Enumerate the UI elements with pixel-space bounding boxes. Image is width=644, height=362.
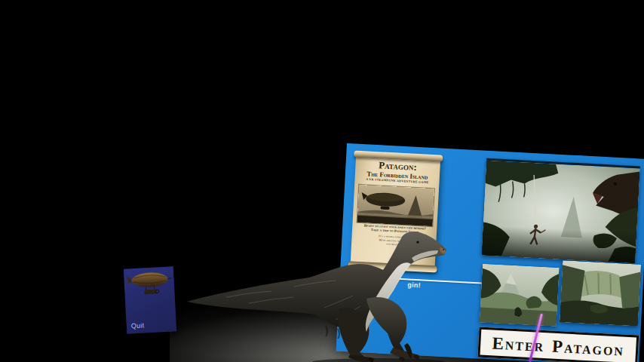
quit-panel: Quit — [124, 266, 176, 333]
airship-icon — [126, 268, 173, 299]
gallery-image-jungle-valley — [480, 264, 560, 327]
gallery-image-cliff-raptor — [481, 158, 639, 263]
vr-menu-scene: Quit Patagon: The Forbidden Island A VR … — [0, 0, 644, 362]
raptor-dinosaur-model — [181, 219, 468, 362]
enter-patagon-button[interactable]: Enter Patagon — [477, 327, 639, 362]
enter-button-word-2: Patagon — [552, 337, 625, 358]
gallery-image-canyon-cliffs — [560, 260, 641, 326]
quit-button[interactable]: Quit — [131, 321, 145, 330]
